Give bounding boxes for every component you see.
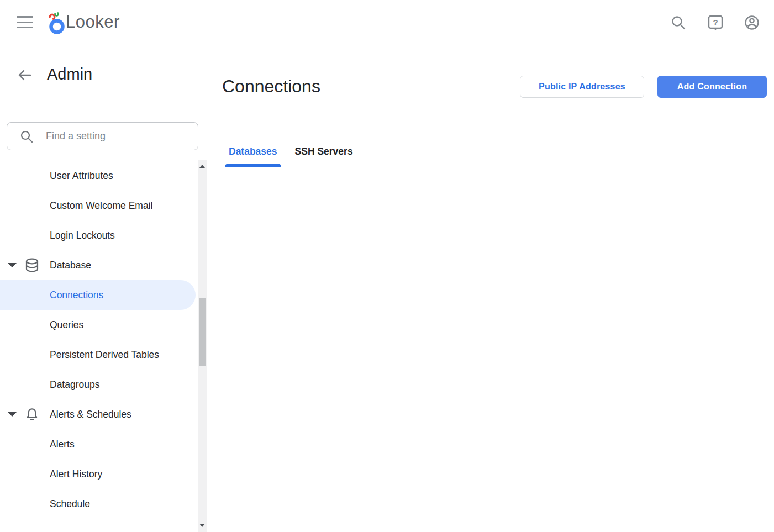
scroll-down-arrow-icon[interactable] xyxy=(199,524,205,527)
sidebar-divider xyxy=(0,520,198,520)
search-icon[interactable] xyxy=(670,14,687,31)
scrollbar-thumb[interactable] xyxy=(199,298,206,366)
hamburger-menu-icon[interactable] xyxy=(15,15,34,29)
account-icon[interactable] xyxy=(744,14,760,31)
search-icon xyxy=(19,129,34,144)
connections-tabs: Databases SSH Servers xyxy=(222,137,357,166)
help-icon[interactable]: ? xyxy=(707,14,724,31)
tabs-divider xyxy=(222,166,767,166)
admin-nav-list: User Attributes Custom Welcome Email Log… xyxy=(0,161,198,519)
caret-down-icon[interactable] xyxy=(8,263,17,267)
find-setting-input[interactable] xyxy=(46,123,192,150)
sidebar-item-alerts[interactable]: Alerts xyxy=(0,429,196,459)
sidebar-item-connections[interactable]: Connections xyxy=(0,280,196,310)
sidebar-item-persistent-derived-tables[interactable]: Persistent Derived Tables xyxy=(0,340,196,370)
back-arrow-icon[interactable] xyxy=(17,67,33,83)
sidebar-title: Admin xyxy=(47,65,92,83)
sidebar-item-user-attributes[interactable]: User Attributes xyxy=(0,161,196,191)
public-ip-addresses-button[interactable]: Public IP Addresses xyxy=(520,76,644,98)
sidebar-item-alert-history[interactable]: Alert History xyxy=(0,459,196,489)
page-title: Connections xyxy=(222,76,320,97)
database-icon xyxy=(24,257,40,273)
bell-icon xyxy=(24,407,40,422)
scroll-up-arrow-icon[interactable] xyxy=(199,165,205,168)
find-setting-searchbox[interactable] xyxy=(7,122,198,150)
active-tab-underline xyxy=(225,164,281,167)
caret-down-icon[interactable] xyxy=(8,412,17,417)
looker-logo-icon xyxy=(48,9,67,36)
tab-ssh-servers[interactable]: SSH Servers xyxy=(291,137,357,166)
tab-databases[interactable]: Databases xyxy=(225,137,281,166)
sidebar-group-alerts-schedules[interactable]: Alerts & Schedules xyxy=(0,399,196,429)
add-connection-button[interactable]: Add Connection xyxy=(657,76,767,98)
sidebar-group-database[interactable]: Database xyxy=(0,250,196,280)
sidebar-item-datagroups[interactable]: Datagroups xyxy=(0,370,196,399)
sidebar-item-login-lockouts[interactable]: Login Lockouts xyxy=(0,220,196,250)
sidebar-scrollbar[interactable] xyxy=(198,160,207,532)
top-app-bar: Looker ? xyxy=(0,0,774,48)
app-name: Looker xyxy=(66,12,120,32)
svg-text:?: ? xyxy=(713,18,718,27)
sidebar-item-custom-welcome-email[interactable]: Custom Welcome Email xyxy=(0,191,196,220)
sidebar-item-queries[interactable]: Queries xyxy=(0,310,196,340)
sidebar-item-schedule[interactable]: Schedule xyxy=(0,489,196,519)
